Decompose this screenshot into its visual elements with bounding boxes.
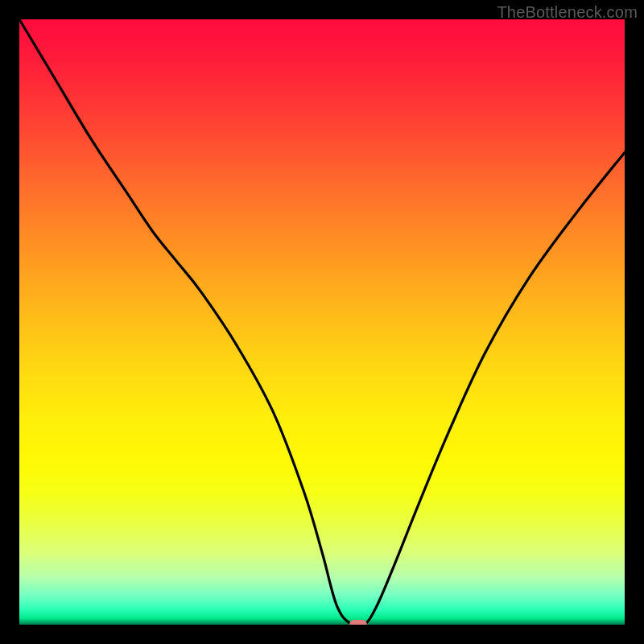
optimal-point-marker (349, 620, 367, 625)
watermark-text: TheBottleneck.com (497, 3, 638, 22)
plot-area (19, 19, 625, 625)
chart-frame: TheBottleneck.com (0, 0, 644, 644)
bottleneck-curve (19, 19, 625, 625)
